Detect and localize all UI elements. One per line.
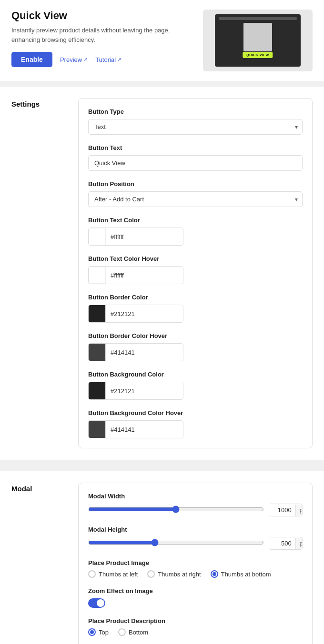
zoom-effect-label: Zoom Effect on Image [88, 587, 303, 594]
radio-label-thumbs-left: Thumbs at left [99, 571, 138, 578]
preview-qv-button: QUICK VIEW [243, 52, 273, 58]
radio-circle-thumbs-left [88, 570, 96, 578]
button-text-field: Button Text [88, 144, 303, 171]
button-text-color-label: Button Text Color [88, 217, 303, 224]
modal-section: Modal Modal Width px Modal Height [0, 471, 324, 644]
radio-circle-thumbs-right [147, 570, 155, 578]
button-text-color-hover-input[interactable] [106, 268, 183, 283]
enable-button[interactable]: Enable [11, 52, 52, 67]
button-background-color-hover-swatch[interactable] [89, 421, 106, 438]
button-text-color-hover-field: Button Text Color Hover [88, 255, 303, 284]
modal-width-field: Modal Width px [88, 493, 303, 516]
button-border-color-hover-wrapper [88, 343, 183, 361]
button-text-color-hover-swatch[interactable] [89, 267, 106, 284]
page-title: Quick View [11, 10, 193, 22]
button-background-color-label: Button Background Color [88, 371, 303, 378]
modal-width-unit: px [295, 505, 303, 516]
settings-section: Settings Button Type Text Icon Text + Ic… [0, 87, 324, 460]
modal-width-label: Modal Width [88, 493, 303, 500]
button-text-label: Button Text [88, 144, 303, 151]
button-background-color-hover-field: Button Background Color Hover [88, 409, 303, 438]
preview-product-placeholder [243, 23, 272, 51]
radio-desc-bottom[interactable]: Bottom [118, 628, 148, 636]
radio-label-thumbs-bottom: Thumbs at bottom [221, 571, 271, 578]
preview-mock-browser: QUICK VIEW ☞ [215, 14, 301, 67]
button-background-color-swatch[interactable] [89, 382, 106, 399]
place-product-image-radio-group: Thumbs at left Thumbs at right Thumbs at… [88, 570, 303, 578]
button-background-color-field: Button Background Color [88, 371, 303, 400]
button-type-select[interactable]: Text Icon Text + Icon [88, 119, 303, 135]
tutorial-link[interactable]: Tutorial ↗ [95, 56, 122, 63]
button-text-color-wrapper [88, 228, 183, 246]
place-product-description-field: Place Product Description Top Bottom [88, 617, 303, 636]
button-position-select[interactable]: After - Add to Cart Before - Add to Cart… [88, 191, 303, 207]
radio-label-thumbs-right: Thumbs at right [158, 571, 201, 578]
place-product-image-label: Place Product Image [88, 559, 303, 566]
button-text-color-hover-label: Button Text Color Hover [88, 255, 303, 262]
zoom-effect-toggle-wrapper [88, 598, 303, 608]
settings-panel: Button Type Text Icon Text + Icon ▾ Butt… [78, 98, 313, 448]
button-type-field: Button Type Text Icon Text + Icon ▾ [88, 108, 303, 135]
settings-label: Settings [11, 98, 69, 448]
button-border-color-swatch[interactable] [89, 305, 106, 322]
button-type-label: Button Type [88, 108, 303, 115]
button-background-color-wrapper [88, 382, 183, 400]
button-border-color-input[interactable] [106, 307, 183, 321]
modal-panel: Modal Width px Modal Height [78, 483, 313, 644]
preview-image: QUICK VIEW ☞ [203, 10, 313, 71]
button-position-select-wrapper: After - Add to Cart Before - Add to Cart… [88, 191, 303, 207]
button-background-color-input[interactable] [106, 384, 183, 398]
external-link-icon-2: ↗ [117, 57, 122, 63]
modal-height-input[interactable] [269, 537, 295, 549]
modal-height-value-box: px [269, 537, 303, 550]
modal-height-unit: px [295, 538, 303, 549]
preview-cursor-icon: ☞ [280, 52, 286, 61]
radio-label-desc-top: Top [99, 629, 109, 636]
radio-desc-top[interactable]: Top [88, 628, 109, 636]
button-text-input[interactable] [88, 155, 303, 171]
radio-thumbs-bottom[interactable]: Thumbs at bottom [211, 570, 271, 578]
place-product-image-field: Place Product Image Thumbs at left Thumb… [88, 559, 303, 578]
header-actions: Enable Preview ↗ Tutorial ↗ [11, 52, 193, 67]
button-text-color-input[interactable] [106, 229, 183, 244]
place-product-description-radio-group: Top Bottom [88, 628, 303, 636]
modal-height-label: Modal Height [88, 526, 303, 533]
button-background-color-hover-input[interactable] [106, 422, 183, 437]
radio-thumbs-right[interactable]: Thumbs at right [147, 570, 201, 578]
button-position-label: Button Position [88, 180, 303, 188]
external-link-icon: ↗ [83, 57, 88, 63]
zoom-effect-toggle[interactable] [88, 598, 105, 608]
button-type-select-wrapper: Text Icon Text + Icon ▾ [88, 119, 303, 135]
button-text-color-swatch[interactable] [89, 228, 106, 245]
modal-label: Modal [11, 483, 69, 644]
modal-width-slider-row: px [88, 504, 303, 516]
button-border-color-hover-label: Button Border Color Hover [88, 332, 303, 339]
radio-circle-thumbs-bottom [211, 570, 218, 578]
button-background-color-hover-label: Button Background Color Hover [88, 409, 303, 416]
button-border-color-label: Button Border Color [88, 294, 303, 301]
button-position-field: Button Position After - Add to Cart Befo… [88, 180, 303, 207]
button-text-color-hover-wrapper [88, 266, 183, 284]
radio-label-desc-bottom: Bottom [129, 629, 148, 636]
modal-height-field: Modal Height px [88, 526, 303, 550]
modal-height-slider-row: px [88, 537, 303, 550]
header-description: Instantly preview product details withou… [11, 26, 193, 44]
radio-thumbs-left[interactable]: Thumbs at left [88, 570, 138, 578]
button-border-color-hover-swatch[interactable] [89, 344, 106, 361]
modal-width-value-box: px [269, 504, 303, 516]
header-left: Quick View Instantly preview product det… [11, 10, 193, 67]
preview-link[interactable]: Preview ↗ [60, 56, 88, 63]
modal-width-track [88, 505, 264, 515]
place-product-description-label: Place Product Description [88, 617, 303, 624]
button-text-color-field: Button Text Color [88, 217, 303, 246]
button-border-color-hover-input[interactable] [106, 345, 183, 360]
modal-height-slider[interactable] [88, 539, 264, 546]
modal-width-input[interactable] [269, 504, 295, 516]
button-border-color-wrapper [88, 305, 183, 323]
zoom-effect-field: Zoom Effect on Image [88, 587, 303, 608]
button-background-color-hover-wrapper [88, 420, 183, 438]
button-border-color-field: Button Border Color [88, 294, 303, 323]
modal-width-slider[interactable] [88, 505, 264, 513]
button-border-color-hover-field: Button Border Color Hover [88, 332, 303, 361]
header-section: Quick View Instantly preview product det… [0, 0, 324, 81]
